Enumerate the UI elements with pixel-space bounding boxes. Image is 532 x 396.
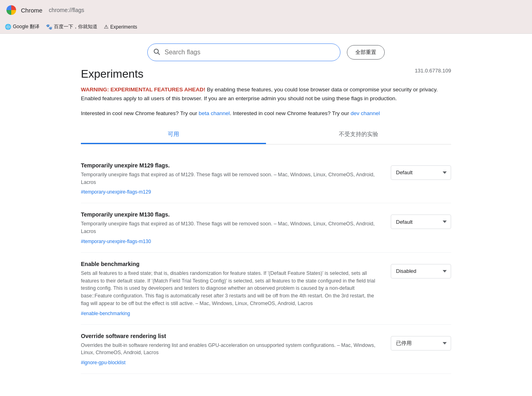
experiments-container: Experiments 131.0.6778.109 WARNING: EXPE… — [65, 68, 467, 390]
flag-description: Overrides the built-in software renderin… — [81, 342, 381, 357]
flag-dropdown[interactable]: DefaultEnabledDisabled — [391, 264, 451, 278]
titlebar-app-name: Chrome — [21, 7, 42, 14]
flag-dropdown-wrap: 默认已启用已停用 — [391, 333, 451, 351]
bookmark-label: Google 翻译 — [13, 23, 39, 30]
warning-block: WARNING: EXPERIMENTAL FEATURES AHEAD! By… — [81, 85, 451, 103]
flag-dropdown-wrap: DefaultEnabledDisabled — [391, 211, 451, 229]
flag-item: Override software rendering listOverride… — [81, 325, 451, 374]
flag-name: Temporarily unexpire M130 flags. — [81, 211, 381, 218]
bookmarks-bar: 🌐Google 翻译🐾百度一下，你就知道⚠Experiments — [0, 20, 532, 34]
flag-item: Temporarily unexpire M130 flags.Temporar… — [81, 203, 451, 253]
flag-anchor-link[interactable]: #temporary-unexpire-flags-m130 — [81, 239, 151, 244]
experiments-header: Experiments 131.0.6778.109 — [81, 68, 451, 80]
info-line2: . Interested in cool new Chrome features… — [230, 110, 351, 116]
tab-unsupported[interactable]: 不受支持的实验 — [266, 126, 451, 144]
flag-description: Temporarily unexpire flags that expired … — [81, 171, 381, 186]
bookmark-item[interactable]: 🐾百度一下，你就知道 — [46, 23, 97, 30]
flag-description: Sets all features to a fixed state; that… — [81, 270, 381, 307]
info-text: Interested in cool new Chrome features? … — [81, 109, 451, 118]
flag-item: Enable benchmarkingSets all features to … — [81, 253, 451, 325]
search-icon — [153, 48, 160, 57]
reset-all-button[interactable]: 全部重置 — [347, 45, 385, 60]
flag-dropdown-wrap: DefaultEnabledDisabled — [391, 261, 451, 278]
bookmark-icon: 🐾 — [46, 24, 52, 30]
search-area: 全部重置 — [0, 34, 532, 68]
search-input[interactable] — [147, 43, 340, 61]
bookmark-item[interactable]: ⚠Experiments — [104, 24, 137, 30]
page-title: Experiments — [81, 68, 144, 80]
bookmark-label: 百度一下，你就知道 — [54, 23, 97, 30]
beta-channel-link[interactable]: beta channel — [199, 110, 230, 116]
flag-description: Temporarily unexpire flags that expired … — [81, 220, 381, 235]
chrome-icon — [6, 5, 16, 15]
flag-dropdown-wrap: DefaultEnabledDisabled — [391, 162, 451, 180]
flag-content: Enable benchmarkingSets all features to … — [81, 261, 381, 316]
flag-name: Override software rendering list — [81, 333, 381, 339]
tab-available[interactable]: 可用 — [81, 126, 266, 144]
flag-name: Temporarily unexpire M129 flags. — [81, 162, 381, 169]
titlebar-url: chrome://flags — [49, 7, 84, 13]
flag-content: Override software rendering listOverride… — [81, 333, 381, 366]
flag-item: Temporarily unexpire M129 flags.Temporar… — [81, 154, 451, 204]
flag-anchor-link[interactable]: #enable-benchmarking — [81, 311, 130, 316]
warning-highlight: WARNING: EXPERIMENTAL FEATURES AHEAD! — [81, 87, 205, 93]
tabs-container: 可用 不受支持的实验 — [81, 126, 451, 144]
info-line1: Interested in cool new Chrome features? … — [81, 110, 199, 116]
dev-channel-link[interactable]: dev channel — [351, 110, 380, 116]
main-content: 全部重置 Experiments 131.0.6778.109 WARNING:… — [0, 34, 532, 396]
bookmark-label: Experiments — [110, 24, 137, 30]
warning-paragraph: WARNING: EXPERIMENTAL FEATURES AHEAD! By… — [81, 85, 451, 103]
flag-dropdown[interactable]: DefaultEnabledDisabled — [391, 165, 451, 180]
bookmark-icon: 🌐 — [5, 24, 11, 30]
search-wrapper — [147, 43, 340, 61]
flag-name: Enable benchmarking — [81, 261, 381, 267]
bookmark-icon: ⚠ — [104, 24, 109, 30]
flag-content: Temporarily unexpire M130 flags.Temporar… — [81, 211, 381, 244]
titlebar: Chrome chrome://flags — [0, 0, 532, 20]
flag-anchor-link[interactable]: #temporary-unexpire-flags-m129 — [81, 189, 151, 195]
flags-list: Temporarily unexpire M129 flags.Temporar… — [81, 154, 451, 374]
flag-dropdown[interactable]: 默认已启用已停用 — [391, 336, 451, 351]
version-text: 131.0.6778.109 — [415, 68, 451, 74]
flag-dropdown[interactable]: DefaultEnabledDisabled — [391, 214, 451, 229]
svg-line-1 — [158, 53, 159, 54]
flag-content: Temporarily unexpire M129 flags.Temporar… — [81, 162, 381, 195]
bookmark-item[interactable]: 🌐Google 翻译 — [5, 23, 39, 30]
flag-anchor-link[interactable]: #ignore-gpu-blocklist — [81, 360, 126, 365]
